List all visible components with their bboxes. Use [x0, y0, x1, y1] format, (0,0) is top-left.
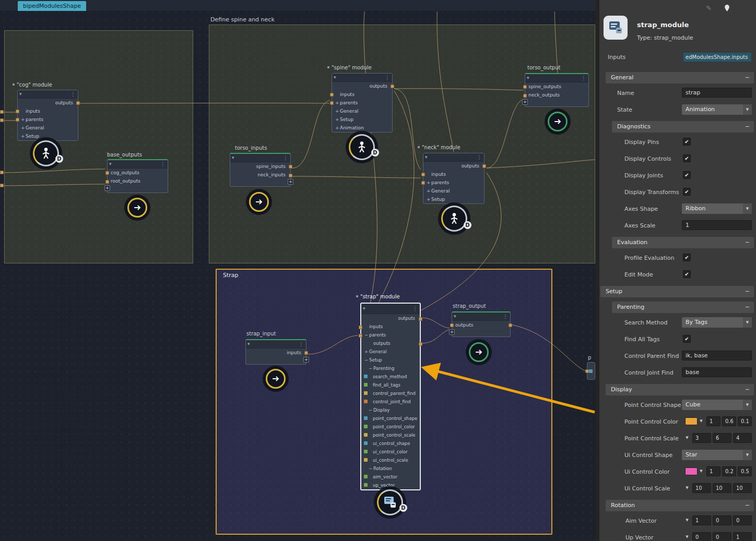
value-field[interactable]: 10	[733, 483, 752, 493]
section-general[interactable]: General−	[606, 72, 754, 83]
node-row[interactable]: −Parenting	[361, 364, 420, 372]
value-field[interactable]: 10	[692, 483, 711, 493]
node-torso-inputs[interactable]: ▾ ⋮ spine_inputs neck_inputs +	[230, 153, 291, 187]
section-rotation[interactable]: Rotation−	[606, 500, 754, 511]
node-row-outputs[interactable]: outputs	[361, 314, 420, 322]
kebab-menu-icon[interactable]: ⋮	[385, 74, 390, 81]
node-strap-input[interactable]: ▾ ⋮ inputs +	[245, 339, 306, 365]
add-port-button[interactable]: +	[104, 185, 110, 191]
kebab-menu-icon[interactable]: ⋮	[70, 91, 76, 98]
node-base-outputs[interactable]: ▾ ⋮ cog_outputs root_outputs +	[107, 159, 168, 193]
output-port[interactable]	[289, 174, 292, 177]
node-row[interactable]: +Setup	[332, 115, 392, 124]
node-graph-canvas[interactable]: bipedModulesShape Define spine and neck …	[0, 0, 595, 541]
edit-mode-checkbox[interactable]: ✔	[683, 270, 691, 278]
node-neck-module[interactable]: ▾ ⋮ outputs inputs +parents +General +Se…	[423, 153, 485, 204]
kebab-menu-icon[interactable]: ⋮	[581, 75, 586, 81]
value-field[interactable]: 0	[713, 515, 731, 525]
collapse-caret-icon[interactable]: ▾	[527, 75, 529, 81]
node-row[interactable]: point_control_shape	[361, 414, 420, 423]
control-parent-find-field[interactable]: ik, base	[682, 351, 752, 360]
output-port[interactable]	[76, 101, 80, 105]
panel-splitter[interactable]	[595, 0, 599, 541]
strap-output-badge[interactable]	[469, 342, 489, 362]
collapse-caret-icon[interactable]: ▾	[363, 305, 365, 312]
node-row[interactable]: point_control_scale	[361, 431, 420, 439]
node-row[interactable]: inputs	[361, 322, 420, 331]
node-cog-module[interactable]: ▾ ⋮ outputs inputs +parents +General +Se…	[17, 90, 78, 141]
node-row[interactable]: aim_vector	[361, 473, 420, 481]
node-row-outputs[interactable]: outputs	[332, 82, 392, 90]
input-port[interactable]	[16, 118, 19, 122]
node-row[interactable]: ui_control_scale	[361, 456, 420, 464]
display-pins-checkbox[interactable]: ✔	[683, 138, 691, 146]
display-controls-checkbox[interactable]: ✔	[683, 154, 691, 162]
node-row-outputs[interactable]: outputs	[423, 162, 484, 170]
node-row[interactable]: +General	[423, 187, 484, 195]
spine-module-badge[interactable]	[349, 134, 375, 160]
search-method-dropdown[interactable]: By Tags▼	[682, 317, 752, 328]
node-row[interactable]: outputs	[361, 339, 420, 347]
color-swatch[interactable]	[685, 417, 698, 425]
input-port[interactable]	[523, 94, 527, 98]
graph-edge-port[interactable]	[0, 110, 4, 114]
input-port[interactable]	[585, 369, 589, 373]
input-port[interactable]	[523, 85, 527, 89]
node-clipped-right[interactable]	[587, 362, 595, 380]
value-field[interactable]: 1	[706, 466, 720, 476]
value-field[interactable]: 0	[713, 532, 731, 541]
output-port[interactable]	[419, 317, 422, 321]
display-joints-checkbox[interactable]: ✔	[683, 171, 691, 179]
node-row[interactable]: +General	[361, 347, 420, 356]
node-row[interactable]: ui_control_shape	[361, 439, 420, 448]
kebab-menu-icon[interactable]: ⋮	[160, 161, 166, 167]
input-port[interactable]	[16, 110, 19, 113]
neck-module-badge[interactable]	[441, 206, 467, 232]
find-all-tags-checkbox[interactable]: ✔	[683, 335, 691, 343]
pin-icon[interactable]	[724, 4, 730, 14]
input-port[interactable]	[421, 173, 425, 176]
input-port[interactable]	[330, 93, 334, 97]
add-port-button[interactable]: +	[303, 357, 309, 363]
output-port[interactable]	[482, 164, 486, 168]
node-row[interactable]: −parents	[361, 331, 420, 339]
output-port[interactable]	[391, 85, 394, 88]
dropdown-caret-icon[interactable]: ▼	[683, 483, 691, 493]
graph-edge-port[interactable]	[0, 118, 4, 122]
node-row[interactable]: +parents	[423, 178, 484, 187]
dropdown-caret-icon[interactable]: ▼	[683, 515, 691, 525]
graph-edge-port[interactable]	[0, 184, 4, 187]
value-field[interactable]: 3	[692, 433, 711, 443]
collapse-caret-icon[interactable]: ▾	[19, 91, 22, 98]
axes-scale-field[interactable]: 1	[682, 220, 752, 230]
kebab-menu-icon[interactable]: ⋮	[412, 305, 418, 312]
value-field[interactable]: 0.2	[722, 466, 736, 476]
torso-output-badge[interactable]	[548, 112, 568, 131]
value-field[interactable]: 0	[692, 532, 711, 541]
profile-evaluation-checkbox[interactable]: ✔	[683, 254, 691, 261]
value-field[interactable]: 0.5	[738, 466, 752, 476]
node-row[interactable]: up_vector	[361, 481, 420, 489]
input-port[interactable]	[359, 326, 362, 329]
strap-module-badge[interactable]	[377, 489, 403, 515]
node-row[interactable]: inputs	[332, 90, 392, 99]
value-field[interactable]: 0.6	[722, 416, 736, 426]
kebab-menu-icon[interactable]: ⋮	[477, 154, 482, 161]
section-setup[interactable]: Setup−	[600, 286, 754, 297]
node-row[interactable]: inputs	[423, 170, 484, 178]
value-field[interactable]: 6	[713, 433, 731, 443]
collapse-caret-icon[interactable]: ▾	[109, 161, 112, 167]
kebab-menu-icon[interactable]: ⋮	[299, 341, 304, 347]
collapse-caret-icon[interactable]: ▾	[454, 313, 456, 320]
node-row[interactable]: control_joint_find	[361, 398, 420, 406]
node-row[interactable]: +General	[332, 107, 392, 115]
node-row[interactable]: +Animation	[332, 124, 392, 132]
node-row[interactable]: −Rotation	[361, 464, 420, 473]
node-row[interactable]: control_parent_find	[361, 389, 420, 398]
output-port[interactable]	[509, 323, 512, 327]
node-row[interactable]: +Setup	[423, 195, 484, 203]
node-row[interactable]: spine_inputs	[230, 162, 290, 171]
kebab-menu-icon[interactable]: ⋮	[283, 154, 288, 161]
section-evaluation[interactable]: Evaluation−	[612, 237, 754, 248]
value-field[interactable]: 0.1	[738, 416, 752, 426]
